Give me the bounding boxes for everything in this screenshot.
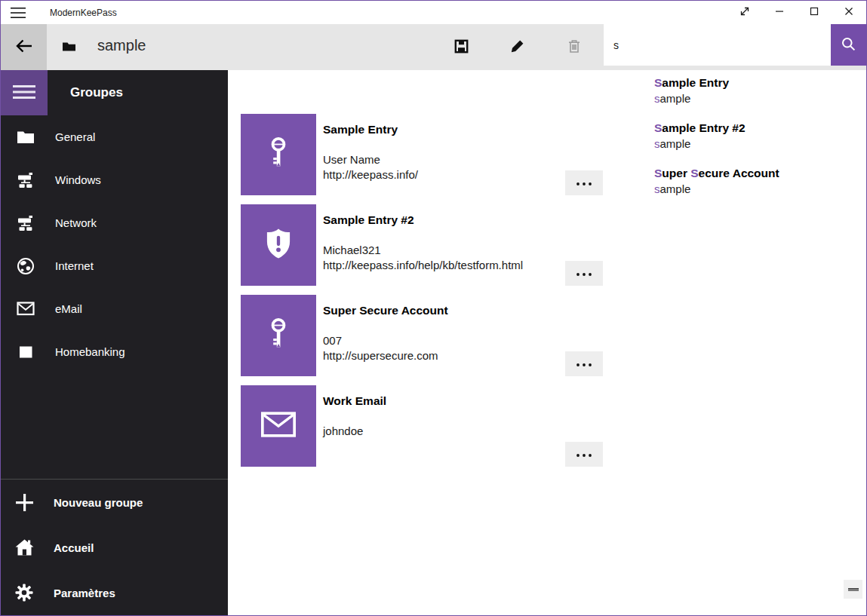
- minimize-button[interactable]: [762, 1, 797, 24]
- action-label: Accueil: [54, 541, 94, 554]
- entry-meta: johndoe: [323, 424, 363, 439]
- entry-meta: Michael321 http://keepass.info/help/kb/t…: [323, 243, 523, 273]
- entry-username: User Name: [323, 152, 418, 167]
- app-title: ModernKeePass: [50, 8, 117, 18]
- sidebar-item-internet[interactable]: Internet: [1, 244, 228, 287]
- envelope-icon: [16, 302, 35, 316]
- entry-meta: User Name http://keepass.info/: [323, 152, 418, 182]
- action-label: Paramètres: [54, 587, 115, 599]
- back-button[interactable]: [1, 24, 47, 70]
- hamburger-icon: [13, 85, 35, 101]
- ellipsis-icon: [576, 358, 592, 369]
- network-icon: [16, 215, 35, 231]
- sidebar-item-general[interactable]: General: [1, 115, 228, 158]
- semantic-zoom-out-button[interactable]: [844, 580, 862, 599]
- app-window: ModernKeePass sample: [0, 0, 867, 616]
- sidebar-bottom: Nouveau groupe Accueil Paramètres: [1, 479, 228, 615]
- edit-pencil-icon: [510, 38, 525, 56]
- sidebar-item-email[interactable]: eMail: [1, 287, 228, 330]
- suggestion-subtitle: sample: [654, 182, 867, 195]
- entry-tile[interactable]: [241, 114, 316, 195]
- entry-username: Michael321: [323, 243, 523, 258]
- suggestion-title: Sample Entry #2: [654, 121, 867, 135]
- entry-url: http://supersecure.com: [323, 348, 438, 363]
- search-suggestions: Sample Entry sample Sample Entry #2 samp…: [604, 70, 867, 209]
- close-button[interactable]: [832, 1, 866, 24]
- entry-meta: 007 http://supersecure.com: [323, 333, 438, 363]
- ellipsis-icon: [576, 177, 592, 188]
- delete-trash-icon: [567, 38, 582, 56]
- search-box: [604, 24, 866, 66]
- search-button[interactable]: [831, 24, 866, 66]
- entry-title: Sample Entry #2: [323, 213, 414, 227]
- envelope-icon: [260, 411, 297, 441]
- home-button[interactable]: Accueil: [1, 525, 228, 570]
- more-options-button[interactable]: [565, 170, 603, 195]
- database-folder-icon: [63, 41, 75, 54]
- sidebar-item-label: Homebanking: [55, 345, 125, 358]
- save-icon: [453, 38, 469, 57]
- ellipsis-icon: [576, 449, 592, 460]
- command-bar: sample: [1, 24, 866, 70]
- group-list: General Windows Network Internet eMail H…: [1, 115, 228, 373]
- key-icon: [267, 317, 290, 354]
- key-icon: [267, 136, 290, 173]
- suggestion-title: Sample Entry: [654, 76, 867, 90]
- entry-row[interactable]: Sample Entry #2 Michael321 http://keepas…: [241, 204, 769, 286]
- suggestion-subtitle: sample: [654, 92, 867, 105]
- settings-button[interactable]: Paramètres: [1, 570, 228, 615]
- minimize-icon: [775, 7, 784, 18]
- more-options-button[interactable]: [565, 261, 603, 286]
- titlebar: ModernKeePass: [1, 1, 866, 24]
- entry-tile[interactable]: [241, 204, 316, 286]
- plus-icon: [14, 492, 34, 513]
- entry-row[interactable]: Super Secure Account 007 http://supersec…: [241, 295, 769, 376]
- close-icon: [844, 7, 853, 18]
- suggestion-item[interactable]: Sample Entry #2 sample: [604, 115, 867, 161]
- folder-icon: [16, 130, 35, 144]
- maximize-icon: [810, 7, 819, 18]
- maximize-button[interactable]: [797, 1, 832, 24]
- home-icon: [14, 538, 34, 557]
- more-options-button[interactable]: [565, 351, 603, 376]
- entry-username: 007: [323, 333, 438, 348]
- pane-title: Groupes: [70, 85, 123, 100]
- sidebar-item-network[interactable]: Network: [1, 201, 228, 244]
- search-magnifier-icon: [841, 36, 856, 54]
- sidebar-item-homebanking[interactable]: Homebanking: [1, 330, 228, 373]
- search-input[interactable]: [604, 24, 831, 66]
- edit-button[interactable]: [499, 24, 536, 70]
- globe-icon: [16, 257, 35, 275]
- entry-url: http://keepass.info/help/kb/testform.htm…: [323, 258, 523, 273]
- network-icon: [16, 172, 35, 188]
- ellipsis-icon: [576, 268, 592, 279]
- entry-url: http://keepass.info/: [323, 167, 418, 182]
- sidebar-item-label: Windows: [55, 173, 101, 186]
- new-group-button[interactable]: Nouveau groupe: [1, 480, 228, 525]
- hamburger-icon[interactable]: [11, 8, 26, 18]
- entry-title: Super Secure Account: [323, 304, 448, 317]
- menu-toggle-button[interactable]: [1, 70, 48, 115]
- square-icon: [16, 345, 35, 360]
- sidebar-item-label: eMail: [55, 302, 82, 315]
- entry-tile[interactable]: [241, 385, 316, 467]
- sidebar-item-label: General: [55, 130, 95, 143]
- save-button[interactable]: [442, 24, 480, 70]
- database-title: sample: [97, 37, 146, 54]
- more-options-button[interactable]: [565, 442, 603, 467]
- suggestion-title: Super Secure Account: [654, 167, 867, 180]
- fullscreen-button[interactable]: [727, 1, 762, 24]
- entry-tile[interactable]: [241, 295, 316, 376]
- back-arrow-icon: [14, 37, 34, 57]
- gear-icon: [14, 583, 34, 602]
- delete-button[interactable]: [555, 24, 593, 70]
- suggestion-item[interactable]: Sample Entry sample: [604, 70, 867, 115]
- sidebar-item-windows[interactable]: Windows: [1, 158, 228, 201]
- fullscreen-icon: [739, 5, 751, 20]
- entry-row[interactable]: Work Email johndoe: [241, 385, 769, 467]
- entry-title: Work Email: [323, 394, 386, 408]
- shield-icon: [261, 226, 296, 264]
- suggestion-item[interactable]: Super Secure Account sample: [604, 161, 867, 206]
- minus-icon: [848, 588, 859, 591]
- sidebar: Groupes General Windows Network Internet: [1, 70, 228, 615]
